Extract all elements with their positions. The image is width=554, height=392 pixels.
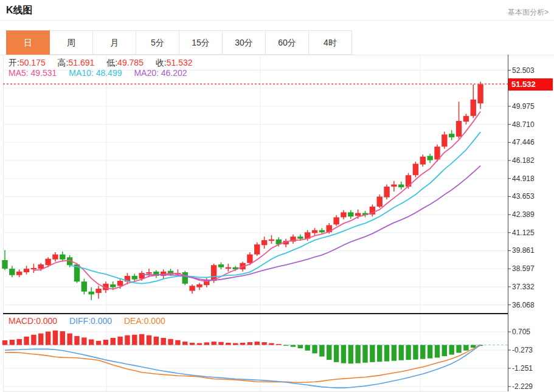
close-label: 收: bbox=[156, 58, 167, 67]
tab-5min[interactable]: 5分 bbox=[136, 30, 179, 55]
tab-15min[interactable]: 15分 bbox=[179, 30, 223, 55]
low-label: 低: bbox=[106, 58, 117, 67]
svg-text:47.446: 47.446 bbox=[512, 138, 535, 146]
tab-month[interactable]: 月 bbox=[92, 30, 136, 55]
ma-row: MA5: 49.531 MA10: 48.499 MA20: 46.202 bbox=[9, 68, 197, 78]
diff-value: 0.000 bbox=[91, 316, 112, 326]
dea-value: 0.000 bbox=[144, 316, 165, 326]
svg-text:48.710: 48.710 bbox=[512, 120, 535, 129]
ma5-value: 49.531 bbox=[31, 68, 57, 78]
tab-60min[interactable]: 60分 bbox=[265, 30, 309, 55]
tab-4hour[interactable]: 4时 bbox=[308, 30, 352, 55]
tab-30min[interactable]: 30分 bbox=[222, 30, 266, 55]
dea-label: DEA: bbox=[124, 316, 144, 326]
open-label: 开: bbox=[9, 58, 19, 67]
svg-text:49.975: 49.975 bbox=[512, 102, 535, 111]
svg-text:-0.273: -0.273 bbox=[512, 346, 533, 354]
kline-page: K线图 基本面分析> 日 周 月 5分 15分 30分 60分 4时 52.50… bbox=[0, 0, 554, 392]
svg-text:38.597: 38.597 bbox=[512, 264, 535, 273]
svg-text:46.182: 46.182 bbox=[512, 156, 535, 165]
high-value: 51.691 bbox=[69, 58, 95, 67]
ma10-value: 48.499 bbox=[96, 68, 122, 78]
svg-text:39.861: 39.861 bbox=[512, 246, 535, 255]
low-value: 49.785 bbox=[117, 58, 144, 67]
macd-label: MACD: bbox=[9, 316, 36, 326]
svg-text:36.068: 36.068 bbox=[512, 301, 535, 309]
ma20-label: MA20: bbox=[134, 68, 158, 78]
svg-text:43.653: 43.653 bbox=[512, 192, 535, 201]
svg-text:0.705: 0.705 bbox=[512, 328, 530, 336]
tab-week[interactable]: 周 bbox=[49, 30, 93, 55]
ma20-value: 46.202 bbox=[161, 68, 187, 78]
svg-text:41.125: 41.125 bbox=[512, 229, 535, 237]
svg-text:52.503: 52.503 bbox=[512, 66, 535, 75]
ma5-label: MA5: bbox=[9, 68, 29, 78]
svg-text:44.918: 44.918 bbox=[512, 174, 535, 183]
close-value: 51.532 bbox=[167, 58, 193, 67]
diff-label: DIFF: bbox=[69, 316, 91, 326]
period-tabbar: 日 周 月 5分 15分 30分 60分 4时 bbox=[6, 30, 352, 55]
current-price-badge: 51.532 bbox=[508, 78, 553, 91]
high-label: 高: bbox=[58, 58, 69, 67]
macd-header-row: MACD:0.000 DIFF:0.000 DEA:0.000 bbox=[9, 316, 175, 326]
svg-text:42.389: 42.389 bbox=[512, 210, 535, 219]
svg-text:-2.229: -2.229 bbox=[512, 382, 533, 391]
svg-text:37.332: 37.332 bbox=[512, 283, 535, 291]
open-value: 50.175 bbox=[19, 58, 46, 67]
tab-day[interactable]: 日 bbox=[6, 30, 50, 55]
macd-value: 0.000 bbox=[36, 316, 57, 326]
ohlc-row: 开:50.175 高:51.691 低:49.785 收:51.532 bbox=[9, 58, 203, 69]
svg-text:-1.251: -1.251 bbox=[512, 364, 533, 373]
ma10-label: MA10: bbox=[69, 68, 93, 78]
